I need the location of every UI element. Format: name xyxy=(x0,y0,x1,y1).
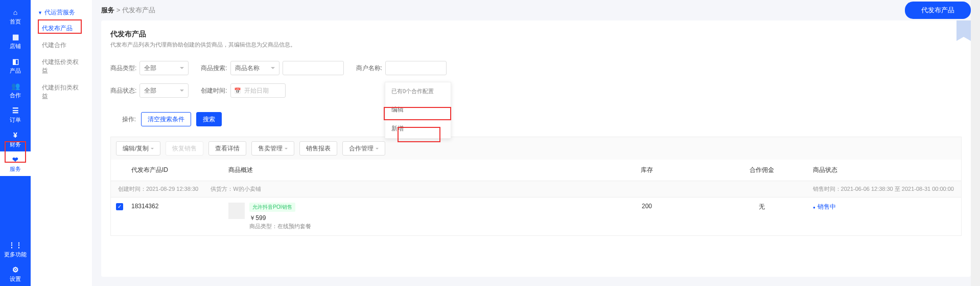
shop-icon: ▦ xyxy=(11,32,20,41)
col-id-header: 代发布产品ID xyxy=(116,166,228,174)
breadcrumb-root: 服务 xyxy=(101,6,114,14)
row-checkbox[interactable]: ✓ xyxy=(116,203,123,210)
rail-shop[interactable]: ▦ 店铺 xyxy=(0,29,31,53)
table-meta-row: 创建时间：2021-08-29 12:38:30 供货方：W的小卖铺 销售时间：… xyxy=(110,181,962,197)
filter-search-input[interactable] xyxy=(283,61,344,75)
home-icon: ⌂ xyxy=(11,8,20,17)
rail-label: 合作 xyxy=(10,92,21,99)
popup-new-item[interactable]: 新增 xyxy=(385,119,451,138)
rail-settings[interactable]: ⚙ 设置 xyxy=(0,261,31,286)
col-status-header: 商品状态 xyxy=(813,166,956,174)
rail-label: 首页 xyxy=(10,18,21,26)
meta-create-value: 2021-08-29 12:38:30 xyxy=(146,186,198,192)
rail-label: 财务 xyxy=(10,141,21,148)
product-icon: ◧ xyxy=(11,57,20,66)
clear-filters-button[interactable]: 清空搜索条件 xyxy=(141,112,191,126)
filter-date-start[interactable]: 开始日期 xyxy=(230,83,286,98)
rail-label: 服务 xyxy=(10,165,21,173)
rail-label: 订单 xyxy=(10,116,21,124)
product-thumbnail xyxy=(228,203,245,219)
filter-search-by-select[interactable]: 商品名称 xyxy=(230,61,279,75)
rail-label: 产品 xyxy=(10,67,21,75)
filter-op-label: 操作: xyxy=(110,115,136,124)
sidebar-section-title[interactable]: ▼ 代运营服务 xyxy=(31,5,92,20)
rail-product[interactable]: ◧ 产品 xyxy=(0,53,31,78)
rail-partner[interactable]: 👥 合作 xyxy=(0,78,31,102)
left-nav-rail: ⌂ 首页 ▦ 店铺 ◧ 产品 👥 合作 ☰ 订单 ¥ 财务 ❤ 服务 ⋮⋮ xyxy=(0,0,31,286)
meta-sale-label: 销售时间： xyxy=(813,186,841,192)
poi-tag: 允许抖音POI销售 xyxy=(249,203,295,212)
cooperation-popup: 已有0个合作配置 编辑 新增 xyxy=(385,82,451,139)
finance-icon: ¥ xyxy=(11,130,20,140)
cell-id: 18314362 xyxy=(131,203,228,210)
sidebar: ▼ 代运营服务 代发布产品 代建合作 代建抵价类权益 代建折扣类权益 xyxy=(31,0,92,286)
cell-status: 销售中 xyxy=(813,203,956,211)
meta-supplier-value: W的小卖铺 xyxy=(233,186,261,192)
rail-finance[interactable]: ¥ 财务 xyxy=(0,127,31,151)
rail-more[interactable]: ⋮⋮ 更多功能 xyxy=(0,237,31,261)
view-detail-button[interactable]: 查看详情 xyxy=(208,141,246,156)
status-badge: 销售中 xyxy=(813,203,836,210)
search-button[interactable]: 搜索 xyxy=(196,112,222,126)
filter-type-select[interactable]: 全部 xyxy=(139,61,189,75)
chevron-down-icon: ▼ xyxy=(38,10,42,15)
table-header: 代发布产品ID 商品概述 库存 合作佣金 商品状态 xyxy=(110,160,962,181)
filter-search-label: 商品搜索: xyxy=(201,64,227,73)
rail-service[interactable]: ❤ 服务 xyxy=(0,151,31,176)
popup-header: 已有0个合作配置 xyxy=(385,82,451,100)
section-subtitle: 代发布产品列表为代理商协助创建的供货商品，其编辑信息为父商品信息。 xyxy=(110,41,962,49)
sidebar-item-credit[interactable]: 代建抵价类权益 xyxy=(31,54,92,79)
breadcrumb: 服务 > 代发布产品 代发布产品 xyxy=(92,0,980,20)
col-commission-header: 合作佣金 xyxy=(711,166,813,174)
rail-label: 设置 xyxy=(10,275,21,283)
col-stock-header: 库存 xyxy=(583,166,711,174)
sidebar-title-text: 代运营服务 xyxy=(44,8,75,17)
sales-report-button[interactable]: 销售报表 xyxy=(299,141,337,156)
sidebar-item-coop[interactable]: 代建合作 xyxy=(31,37,92,54)
product-type-label: 商品类型： xyxy=(249,223,277,229)
restore-sale-button: 恢复销售 xyxy=(166,141,203,156)
table-row: ✓ 18314362 允许抖音POI销售 ￥599 商品类型：在线预约套餐 20… xyxy=(110,197,962,236)
filter-type-label: 商品类型: xyxy=(110,64,136,73)
rail-label: 店铺 xyxy=(10,42,21,50)
breadcrumb-sep: > xyxy=(116,6,121,14)
publish-product-button[interactable]: 代发布产品 xyxy=(905,2,971,19)
popup-edit-item[interactable]: 编辑 xyxy=(385,100,451,119)
sidebar-item-discount[interactable]: 代建折扣类权益 xyxy=(31,79,92,105)
sidebar-item-publish[interactable]: 代发布产品 xyxy=(31,20,92,37)
rail-home[interactable]: ⌂ 首页 xyxy=(0,4,31,29)
meta-supplier-label: 供货方： xyxy=(211,186,233,192)
more-icon: ⋮⋮ xyxy=(11,240,20,250)
settings-icon: ⚙ xyxy=(11,265,20,274)
cooperation-management-button[interactable]: 合作管理 xyxy=(342,141,385,156)
filter-status-select[interactable]: 全部 xyxy=(139,83,189,98)
filter-create-label: 创建时间: xyxy=(201,86,227,95)
filter-merchant-label: 商户名称: xyxy=(356,64,382,73)
meta-sale-value: 2021-06-06 12:38:30 至 2021-08-31 00:00:0… xyxy=(841,186,954,192)
rail-label: 更多功能 xyxy=(4,251,27,258)
section-title: 代发布产品 xyxy=(110,30,962,39)
order-icon: ☰ xyxy=(11,106,20,115)
filter-merchant-input[interactable] xyxy=(385,61,447,75)
bookmark-icon xyxy=(956,20,971,41)
meta-create-label: 创建时间： xyxy=(118,186,146,192)
content-card: 代发布产品 代发布产品列表为代理商协助创建的供货商品，其编辑信息为父商品信息。 … xyxy=(101,20,971,277)
cell-desc: 允许抖音POI销售 ￥599 商品类型：在线预约套餐 xyxy=(228,203,583,230)
product-type-value: 在线预约套餐 xyxy=(277,223,311,229)
cell-commission: 无 xyxy=(711,203,813,211)
partner-icon: 👥 xyxy=(11,81,20,91)
product-price: ￥599 xyxy=(249,214,266,222)
cell-stock: 200 xyxy=(583,203,711,210)
edit-copy-button[interactable]: 编辑/复制 xyxy=(116,141,160,156)
rail-order[interactable]: ☰ 订单 xyxy=(0,102,31,127)
breadcrumb-current: 代发布产品 xyxy=(122,6,155,14)
col-desc-header: 商品概述 xyxy=(228,166,583,174)
action-bar: 编辑/复制 恢复销售 查看详情 售卖管理 销售报表 合作管理 xyxy=(110,137,962,160)
filter-status-label: 商品状态: xyxy=(110,86,136,95)
service-icon: ❤ xyxy=(11,155,20,164)
sale-management-button[interactable]: 售卖管理 xyxy=(251,141,294,156)
